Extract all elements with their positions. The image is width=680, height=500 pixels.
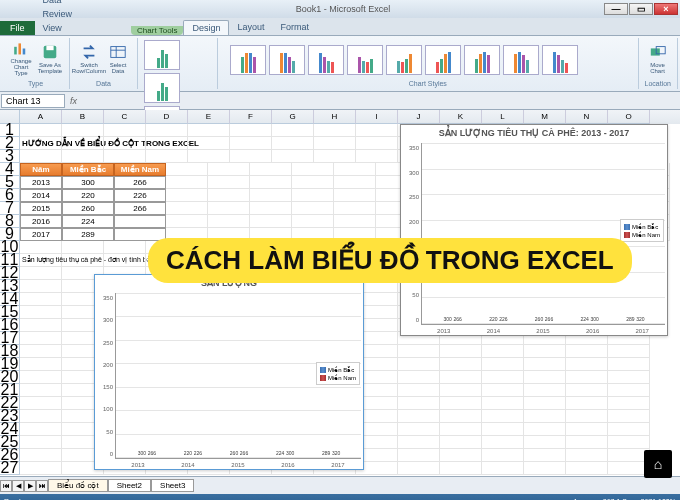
style-thumb[interactable] — [269, 45, 305, 75]
cell[interactable] — [166, 215, 208, 228]
column-header[interactable]: M — [524, 110, 566, 124]
cell[interactable] — [398, 384, 440, 397]
column-headers[interactable]: ABCDEFGHIJKLMNO — [0, 110, 680, 124]
cell[interactable] — [608, 397, 650, 410]
cell[interactable] — [272, 137, 314, 150]
cell[interactable] — [166, 163, 208, 176]
cell[interactable] — [334, 202, 376, 215]
cell[interactable] — [608, 436, 650, 449]
ribbon-tab-view[interactable]: View — [35, 21, 102, 35]
style-thumb[interactable] — [425, 45, 461, 75]
cell[interactable] — [524, 345, 566, 358]
layout-thumb[interactable] — [144, 40, 180, 70]
cell[interactable] — [398, 358, 440, 371]
cell[interactable] — [188, 150, 230, 163]
cell[interactable] — [524, 410, 566, 423]
column-header[interactable]: B — [62, 110, 104, 124]
cell[interactable] — [524, 423, 566, 436]
style-thumb[interactable] — [386, 45, 422, 75]
cell[interactable] — [62, 150, 104, 163]
cell[interactable] — [250, 189, 292, 202]
cell[interactable] — [104, 254, 146, 267]
cell[interactable] — [608, 423, 650, 436]
cell[interactable]: 289 — [62, 228, 114, 241]
cell[interactable] — [608, 358, 650, 371]
cell[interactable] — [440, 384, 482, 397]
embedded-chart-2[interactable]: SẢN LƯỢNG TIÊU THỤ CÀ PHÊ: 2013 - 2017 3… — [400, 124, 668, 336]
cell[interactable] — [314, 137, 356, 150]
cell[interactable] — [398, 397, 440, 410]
column-header[interactable]: F — [230, 110, 272, 124]
cell[interactable] — [114, 215, 166, 228]
fx-icon[interactable]: fx — [66, 96, 81, 106]
cell[interactable] — [20, 319, 62, 332]
cell[interactable] — [398, 371, 440, 384]
layout-thumb[interactable] — [144, 73, 180, 103]
cell[interactable] — [250, 202, 292, 215]
cell[interactable] — [20, 280, 62, 293]
cell[interactable] — [20, 293, 62, 306]
cell[interactable] — [208, 189, 250, 202]
cell[interactable]: 266 — [114, 202, 166, 215]
cell[interactable] — [20, 371, 62, 384]
cell[interactable] — [440, 423, 482, 436]
cell[interactable] — [188, 137, 230, 150]
cell[interactable] — [314, 150, 356, 163]
column-header[interactable]: D — [146, 110, 188, 124]
cell[interactable] — [334, 189, 376, 202]
cell[interactable] — [566, 358, 608, 371]
column-header[interactable]: C — [104, 110, 146, 124]
cell[interactable] — [334, 163, 376, 176]
tab-nav-first[interactable]: ⏮ — [0, 480, 12, 492]
cell[interactable] — [566, 371, 608, 384]
cell[interactable] — [188, 124, 230, 137]
minimize-button[interactable]: — — [604, 3, 628, 15]
cell[interactable] — [524, 384, 566, 397]
cell[interactable] — [20, 267, 62, 280]
style-thumb[interactable] — [347, 45, 383, 75]
style-thumb[interactable] — [503, 45, 539, 75]
cell[interactable] — [440, 345, 482, 358]
cell[interactable] — [398, 345, 440, 358]
sheet-tab[interactable]: Biểu đồ cột — [48, 479, 108, 492]
cell[interactable] — [166, 189, 208, 202]
cell[interactable] — [356, 137, 398, 150]
column-header[interactable]: G — [272, 110, 314, 124]
cell[interactable] — [104, 150, 146, 163]
cell[interactable] — [566, 449, 608, 462]
cell[interactable] — [566, 410, 608, 423]
cell[interactable]: 300 — [62, 176, 114, 189]
cell[interactable] — [566, 384, 608, 397]
cell[interactable] — [208, 176, 250, 189]
cell[interactable] — [482, 462, 524, 475]
worksheet-area[interactable]: ABCDEFGHIJKLMNO 12HƯỚNG DẪN VỀ BIỂU ĐỒ C… — [0, 110, 680, 476]
cell[interactable] — [272, 124, 314, 137]
tab-nav-prev[interactable]: ◀ — [12, 480, 24, 492]
cell[interactable] — [482, 410, 524, 423]
cell[interactable] — [398, 410, 440, 423]
chart-legend[interactable]: Miền BắcMiền Nam — [620, 219, 664, 242]
cell[interactable] — [398, 436, 440, 449]
cell[interactable] — [230, 124, 272, 137]
cell[interactable] — [440, 449, 482, 462]
cell[interactable] — [62, 137, 104, 150]
cell[interactable] — [524, 449, 566, 462]
chart-tools-tab-design[interactable]: Design — [183, 20, 229, 35]
column-header[interactable]: L — [482, 110, 524, 124]
cell[interactable] — [20, 358, 62, 371]
cell[interactable] — [524, 436, 566, 449]
cell[interactable] — [146, 137, 188, 150]
cell[interactable] — [482, 449, 524, 462]
cell[interactable] — [104, 137, 146, 150]
cell[interactable] — [208, 163, 250, 176]
column-header[interactable]: J — [398, 110, 440, 124]
cell[interactable] — [20, 449, 62, 462]
cell[interactable]: 266 — [114, 176, 166, 189]
cell[interactable]: 2017 — [20, 228, 62, 241]
cell[interactable] — [524, 397, 566, 410]
column-header[interactable]: E — [188, 110, 230, 124]
cell[interactable] — [20, 397, 62, 410]
cell[interactable]: 2014 — [20, 189, 62, 202]
cell[interactable] — [20, 124, 62, 137]
cell[interactable] — [334, 215, 376, 228]
